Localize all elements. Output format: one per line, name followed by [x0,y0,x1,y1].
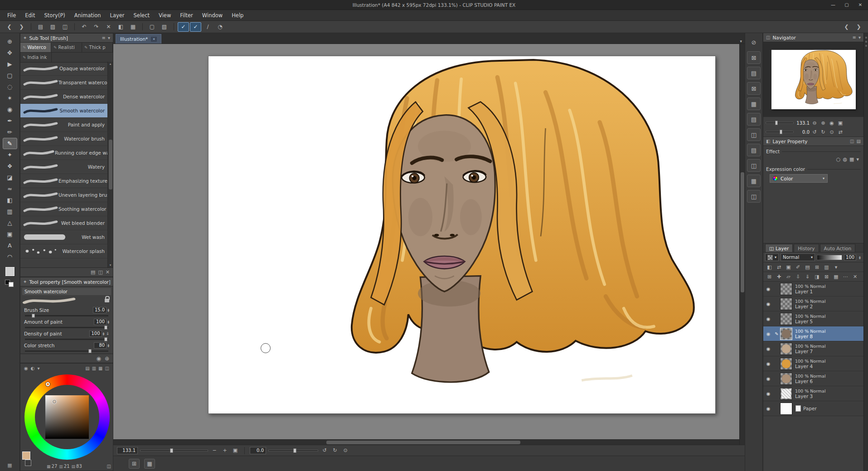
brush-tool-icon[interactable]: ✎ [3,138,17,149]
balloon-tool-icon[interactable]: ◠ [3,251,17,262]
blend-mode-select[interactable]: Normal▾ [781,253,815,261]
stepper-icon[interactable]: ▲▼ [107,344,109,347]
pressure-toggle-icon[interactable]: ⇓ [106,331,109,336]
navigator-rotate-slider[interactable] [766,131,794,133]
lock-layer-icon[interactable]: ▣ [784,263,793,271]
palette-color-combo[interactable]: ▾ [765,253,779,261]
color-set-tab-icon[interactable]: ▥ [92,366,96,371]
material-manga-icon[interactable]: ▦ [747,97,761,110]
layer-row-selected[interactable]: ◉ ✎ 100 % NormalLayer 8 [763,326,863,341]
timelapse-icon[interactable]: ◔ [214,22,226,32]
visibility-eye-icon[interactable]: ◉ [763,331,773,336]
save-file-icon[interactable]: ◫ [59,22,71,32]
layer-name[interactable]: Layer 7 [795,349,826,354]
drawing-page[interactable] [208,56,716,414]
display-color-icon[interactable]: ◫ [107,464,111,469]
canvas-vertical-scrollbar[interactable] [739,44,745,445]
material-history-icon[interactable]: ◫ [747,190,761,203]
slider-handle[interactable] [104,325,107,330]
new-folder-icon[interactable]: ▱ [784,273,793,281]
tab-layer[interactable]: ◫Layer [765,244,793,252]
move-tool-icon[interactable]: ✥ [3,47,17,58]
menu-view[interactable]: View [154,11,175,20]
redo-icon[interactable]: ↷ [91,22,102,32]
zoom-out-icon[interactable]: ⊖ [811,119,818,126]
color-circle-tab-icon[interactable]: ◐ [31,366,35,371]
brush-item[interactable]: Watercolor splash [20,244,107,258]
brush-item[interactable]: Watery [20,160,107,174]
opacity-slider[interactable] [817,255,842,260]
brush-item[interactable]: Emphasizing texture [20,174,107,188]
layer-row[interactable]: ◉ 100 % NormalLayer 7 [763,341,863,356]
scroll-up-icon[interactable]: ▴ [110,62,112,66]
brush-item[interactable]: Wet wash [20,230,107,244]
layer-row[interactable]: ◉ 100 % NormalLayer 4 [763,356,863,371]
dock-collapse-left-icon[interactable]: ❮ [841,22,852,32]
rotate-ccw-icon[interactable]: ↺ [811,128,818,136]
navigator-zoom-slider[interactable] [766,122,794,124]
panel-menu-icon[interactable]: ≡ [102,35,106,40]
pen-tool-icon[interactable]: ✒ [3,115,17,126]
actual-size-icon[interactable]: ◉ [828,119,835,126]
brush-item[interactable]: Opaque watercolor [20,62,107,76]
layer-thumbnail[interactable] [780,283,792,295]
zoom-out-icon[interactable]: − [210,447,218,455]
brush-item[interactable]: Dense watercolor [20,90,107,104]
delete-layer-icon[interactable]: ✕ [851,273,859,281]
default-color-chips[interactable] [5,280,15,287]
layer-name[interactable]: Layer 8 [795,334,826,339]
duplicate-sub-tool-icon[interactable]: ◫ [98,269,102,275]
menu-filter[interactable]: Filter [175,11,197,20]
layer-name[interactable]: Layer 3 [795,393,826,399]
layer-thumbnail[interactable] [780,373,792,385]
more-actions-icon[interactable]: ⋯ [841,273,850,281]
ruler-icon[interactable]: ∕ [202,22,213,32]
new-vector-layer-icon[interactable]: ✚ [775,273,783,281]
text-tool-icon[interactable]: A [3,240,17,251]
material-image-icon[interactable]: ▤ [747,113,761,126]
open-file-icon[interactable]: ▨ [47,22,58,32]
material-download-icon[interactable]: ⊠ [747,51,761,64]
saturation-value-square[interactable] [45,395,89,439]
reference-layer-icon[interactable]: ▥ [822,263,831,271]
new-raster-layer-icon[interactable]: ⊞ [765,273,774,281]
visibility-eye-icon[interactable]: ◉ [763,391,773,396]
brush-item[interactable]: Uneven layering brush [20,188,107,202]
layer-name[interactable]: Paper [803,406,817,411]
transfer-down-icon[interactable]: ⇩ [794,273,802,281]
stepper-icon[interactable]: ▲▼ [107,320,109,324]
slider-handle[interactable] [780,130,782,134]
menu-edit[interactable]: Edit [20,11,39,20]
lock-icon[interactable] [105,299,109,302]
rotate-cw-icon[interactable]: ↻ [331,447,339,455]
layer-thumbnail[interactable] [780,388,792,400]
minimize-button[interactable]: — [826,0,840,10]
tone-effect-icon[interactable]: ◍ [843,156,847,162]
layer-row[interactable]: ◉ 100 % NormalLayer 1 [763,282,863,296]
scroll-down-icon[interactable]: ▾ [110,263,112,267]
mask-icon[interactable]: ▤ [803,263,812,271]
color-stretch-slider[interactable] [25,350,108,352]
brush-size-value[interactable]: 15.0 [93,307,107,313]
slider-handle[interactable] [88,349,92,353]
tab-thick-paint[interactable]: ✎Thick p [82,43,113,52]
zoom-in-icon[interactable]: + [221,447,229,455]
document-tab-label[interactable]: Illustration* [120,36,148,42]
eraser-tool-icon[interactable]: ◪ [3,172,17,183]
layer-thumbnail[interactable] [780,298,792,310]
slider-handle[interactable] [775,121,778,125]
stepper-icon[interactable]: ▲▼ [859,256,861,259]
material-monochromatic-icon[interactable]: ⊠ [747,82,761,95]
zoom-value[interactable]: 133.1 [117,447,138,454]
scrollbar-thumb[interactable] [109,140,112,189]
brush-size-indicator-icon[interactable]: ◉ [96,355,101,362]
brush-item-selected[interactable]: Smooth watercolor [20,104,107,118]
tab-india-ink[interactable]: ✎India ink [20,53,52,62]
all-sides-view-icon[interactable]: ⊞ [129,459,140,469]
menu-window[interactable]: Window [198,11,227,20]
layer-thumbnail[interactable] [780,328,792,340]
tab-realistic[interactable]: ✎Realisti [51,43,82,52]
menu-file[interactable]: File [3,11,20,20]
brush-item[interactable]: Paint and apply [20,118,107,132]
gradient-tool-icon[interactable]: ▥ [3,206,17,217]
